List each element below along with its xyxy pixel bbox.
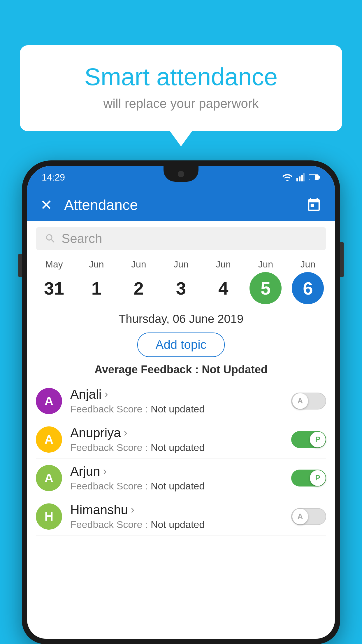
chevron-icon: › [105,388,108,400]
student-feedback: Feedback Score : Not updated [70,442,288,453]
side-button-right [340,242,344,277]
date-col[interactable]: Jun1 [76,259,117,304]
attendance-toggle[interactable]: P [291,431,326,448]
calendar-icon[interactable] [306,197,322,213]
date-month-label: Jun [89,259,104,270]
date-col[interactable]: Jun2 [118,259,159,304]
search-bar[interactable]: Search [36,227,326,250]
chevron-icon: › [124,427,127,439]
date-month-label: Jun [301,259,316,270]
speech-bubble: Smart attendance will replace your paper… [20,45,342,131]
date-month-label: Jun [216,259,231,270]
student-item[interactable]: HHimanshu ›Feedback Score : Not updatedA [36,497,326,536]
battery-icon [309,174,320,181]
phone-screen: 14:29 [27,166,335,639]
svg-rect-1 [299,176,301,181]
status-icons [282,173,320,181]
date-month-label: Jun [131,259,146,270]
attendance-toggle[interactable]: A [291,508,326,525]
close-button[interactable]: ✕ [40,197,52,214]
chevron-icon: › [103,465,107,477]
signal-icon [296,173,305,181]
svg-rect-0 [296,178,298,181]
avg-feedback-label: Average Feedback : [94,363,202,376]
avg-feedback: Average Feedback : Not Updated [27,360,335,382]
avatar: A [36,426,62,453]
toggle-container: A [288,508,326,525]
speech-bubble-title: Smart attendance [43,63,319,91]
student-item[interactable]: AAnupriya ›Feedback Score : Not updatedP [36,420,326,459]
date-day-number[interactable]: 1 [80,272,113,304]
app-bar: ✕ Attendance [27,189,335,221]
student-info: Arjun ›Feedback Score : Not updated [70,464,288,492]
search-icon [45,233,56,244]
selected-date-info: Thursday, 06 June 2019 [27,307,335,329]
feedback-value: Not updated [151,480,205,491]
student-info: Anjali ›Feedback Score : Not updated [70,387,288,415]
date-col[interactable]: Jun5 [245,259,286,304]
student-feedback: Feedback Score : Not updated [70,519,288,530]
student-name: Anjali › [70,387,288,402]
toggle-knob: A [292,509,308,524]
svg-rect-3 [303,173,305,181]
app-title: Attendance [64,197,306,214]
date-day-number[interactable]: 31 [38,272,70,304]
svg-rect-2 [301,175,303,181]
toggle-container: P [288,431,326,448]
date-day-number[interactable]: 4 [207,272,239,304]
date-col[interactable]: Jun3 [161,259,201,304]
toggle-container: P [288,470,326,487]
date-day-number[interactable]: 2 [123,272,155,304]
date-scroller: May31Jun1Jun2Jun3Jun4Jun5Jun6 [27,256,335,307]
date-col[interactable]: Jun6 [287,259,328,304]
date-day-number[interactable]: 5 [249,272,282,304]
student-info: Anupriya ›Feedback Score : Not updated [70,426,288,453]
date-month-label: May [45,259,63,270]
feedback-value: Not updated [151,403,205,414]
search-placeholder: Search [61,231,102,246]
status-time: 14:29 [42,172,65,183]
date-col[interactable]: Jun4 [203,259,244,304]
attendance-toggle[interactable]: P [291,470,326,487]
toggle-knob: A [292,393,308,409]
status-bar: 14:29 [27,166,335,189]
speech-bubble-container: Smart attendance will replace your paper… [20,45,342,131]
student-item[interactable]: AAnjali ›Feedback Score : Not updatedA [36,382,326,420]
camera [178,171,184,177]
date-month-label: Jun [173,259,189,270]
date-day-number[interactable]: 3 [165,272,197,304]
toggle-knob: P [310,432,326,447]
side-button-left [18,254,22,277]
student-name: Anupriya › [70,426,288,440]
student-name: Arjun › [70,464,288,479]
speech-bubble-subtitle: will replace your paperwork [43,96,319,111]
student-item[interactable]: AArjun ›Feedback Score : Not updatedP [36,459,326,497]
student-list: AAnjali ›Feedback Score : Not updatedAAA… [27,382,335,536]
add-topic-button[interactable]: Add topic [137,332,224,357]
svg-rect-5 [319,176,320,179]
avatar: A [36,465,62,491]
feedback-value: Not updated [151,442,205,453]
date-day-number[interactable]: 6 [292,272,324,304]
date-col[interactable]: May31 [34,259,75,304]
svg-rect-6 [309,175,315,180]
avatar: H [36,503,62,530]
chevron-icon: › [131,504,134,516]
attendance-toggle[interactable]: A [291,393,326,410]
feedback-value: Not updated [151,519,205,530]
student-feedback: Feedback Score : Not updated [70,403,288,415]
student-feedback: Feedback Score : Not updated [70,480,288,492]
wifi-icon [282,174,292,181]
toggle-knob: P [310,470,326,486]
phone-frame: 14:29 [22,160,340,644]
student-info: Himanshu ›Feedback Score : Not updated [70,503,288,530]
toggle-container: A [288,393,326,410]
student-name: Himanshu › [70,503,288,517]
avg-feedback-value: Not Updated [202,363,268,376]
date-month-label: Jun [258,259,273,270]
avatar: A [36,388,62,414]
notch [164,166,198,182]
